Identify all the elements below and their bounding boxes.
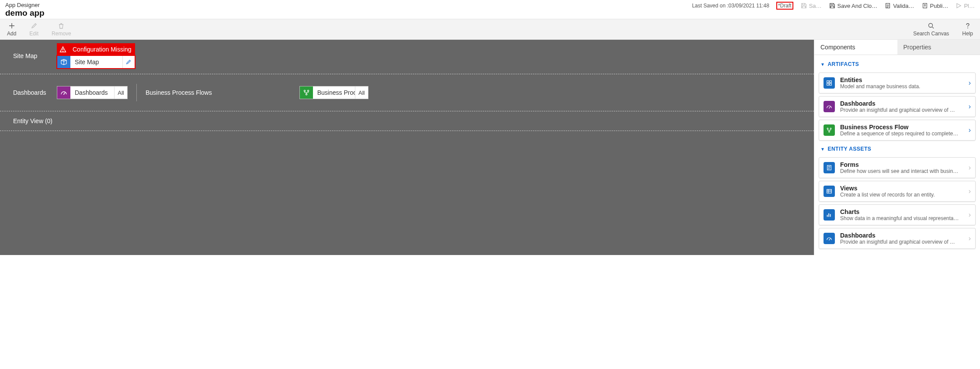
- validate-icon: [884, 2, 891, 9]
- list-icon: [824, 186, 835, 197]
- sitemap-icon: [57, 56, 70, 68]
- chart-icon: [824, 209, 835, 221]
- vertical-divider: [136, 84, 137, 101]
- chevron-down-icon: ▼: [820, 147, 825, 152]
- tab-properties[interactable]: Properties: [897, 40, 980, 55]
- dashboards-tile[interactable]: Dashboards All: [57, 86, 128, 99]
- chevron-right-icon: ›: [969, 235, 971, 242]
- chevron-right-icon: ›: [969, 164, 971, 172]
- section-entity-assets[interactable]: ▼ ENTITY ASSETS: [819, 143, 976, 155]
- validate-button[interactable]: Valida…: [884, 2, 914, 9]
- svg-point-7: [307, 90, 309, 91]
- svg-point-14: [827, 128, 828, 129]
- svg-point-4: [63, 51, 63, 52]
- sitemap-row: Site Map Configuration Missing Site Map: [0, 40, 814, 74]
- entity-view-label: Entity View (0): [13, 117, 52, 124]
- remove-button: Remove: [52, 22, 71, 37]
- sitemap-tile[interactable]: Site Map: [57, 55, 135, 69]
- chevron-right-icon: ›: [969, 79, 971, 87]
- card-charts[interactable]: ChartsShow data in a meaningful and visu…: [819, 204, 976, 225]
- chevron-right-icon: ›: [969, 103, 971, 110]
- sitemap-label: Site Map: [13, 52, 57, 59]
- svg-point-3: [967, 28, 968, 28]
- config-missing-alert: Configuration Missing: [57, 43, 135, 55]
- save-close-icon: [829, 2, 836, 9]
- search-icon: [927, 22, 935, 30]
- svg-point-15: [830, 128, 831, 129]
- svg-point-19: [829, 240, 830, 241]
- chevron-right-icon: ›: [969, 187, 971, 195]
- gauge-icon: [824, 101, 835, 112]
- card-bpf[interactable]: Business Process FlowDefine a sequence o…: [819, 120, 976, 141]
- svg-point-16: [829, 131, 830, 132]
- bpf-all-pill[interactable]: All: [355, 86, 368, 99]
- toolbar: Add Edit Remove Search Canvas Help: [0, 19, 980, 40]
- svg-rect-11: [827, 83, 829, 85]
- chevron-down-icon: ▼: [820, 62, 825, 67]
- card-dashboards[interactable]: DashboardsProvide an insightful and grap…: [819, 96, 976, 117]
- dashboards-tile-title: Dashboards: [70, 86, 114, 99]
- sitemap-tile-title: Site Map: [70, 56, 122, 68]
- publish-button[interactable]: Publi…: [921, 2, 949, 9]
- tab-components[interactable]: Components: [814, 40, 897, 55]
- card-entities[interactable]: EntitiesModel and manage business data. …: [819, 72, 976, 93]
- add-button[interactable]: Add: [7, 22, 16, 37]
- section-artifacts[interactable]: ▼ ARTIFACTS: [819, 59, 976, 70]
- svg-point-2: [929, 24, 933, 28]
- help-button[interactable]: Help: [962, 22, 973, 37]
- warning-icon: [57, 43, 69, 55]
- bpf-tile-title: Business Proces…: [313, 86, 355, 99]
- header-bar: App Designer demo app Last Saved on :03/…: [0, 0, 980, 19]
- app-designer-label: App Designer: [5, 2, 45, 8]
- flow-icon: [300, 86, 313, 99]
- svg-rect-12: [830, 83, 831, 85]
- save-and-close-button[interactable]: Save And Clo…: [829, 2, 878, 9]
- gauge-icon: [824, 233, 835, 244]
- entity-view-row: Entity View (0): [0, 111, 814, 131]
- help-icon: [964, 22, 972, 30]
- play-icon: [955, 2, 962, 9]
- last-saved-text: Last Saved on :03/09/2021 11:48: [692, 3, 769, 9]
- trash-icon: [57, 22, 65, 30]
- dashboards-row: Dashboards Dashboards All Business Proce…: [0, 74, 814, 111]
- publish-icon: [921, 2, 928, 9]
- card-dashboards-asset[interactable]: DashboardsProvide an insightful and grap…: [819, 228, 976, 249]
- play-button[interactable]: Pl…: [955, 2, 975, 9]
- sitemap-edit-button[interactable]: [122, 56, 135, 68]
- save-button[interactable]: Sa…: [800, 2, 822, 9]
- svg-point-6: [304, 90, 305, 91]
- chevron-right-icon: ›: [969, 211, 971, 219]
- search-canvas-button[interactable]: Search Canvas: [913, 22, 949, 37]
- side-panel: Components Properties ▼ ARTIFACTS Entiti…: [814, 40, 980, 255]
- svg-rect-10: [830, 81, 831, 83]
- gauge-icon: [57, 86, 70, 99]
- edit-button: Edit: [29, 22, 38, 37]
- entities-icon: [824, 77, 835, 89]
- plus-icon: [8, 22, 16, 30]
- dashboards-label: Dashboards: [13, 89, 57, 96]
- svg-rect-9: [827, 81, 829, 83]
- svg-point-5: [63, 94, 64, 95]
- flow-icon: [824, 124, 835, 136]
- svg-point-8: [306, 93, 307, 95]
- svg-rect-18: [827, 190, 832, 193]
- chevron-right-icon: ›: [969, 126, 971, 134]
- app-name: demo app: [5, 8, 45, 18]
- canvas: Site Map Configuration Missing Site Map …: [0, 40, 814, 255]
- svg-point-13: [829, 108, 830, 109]
- dashboards-all-pill[interactable]: All: [114, 86, 127, 99]
- pencil-icon: [30, 22, 38, 30]
- card-forms[interactable]: FormsDefine how users will see and inter…: [819, 157, 976, 178]
- save-icon: [800, 2, 807, 9]
- bpf-label: Business Process Flows: [146, 89, 212, 96]
- form-icon: [824, 162, 835, 173]
- bpf-tile[interactable]: Business Proces… All: [299, 86, 368, 99]
- draft-badge: *Draft: [776, 2, 793, 10]
- card-views[interactable]: ViewsCreate a list view of records for a…: [819, 181, 976, 202]
